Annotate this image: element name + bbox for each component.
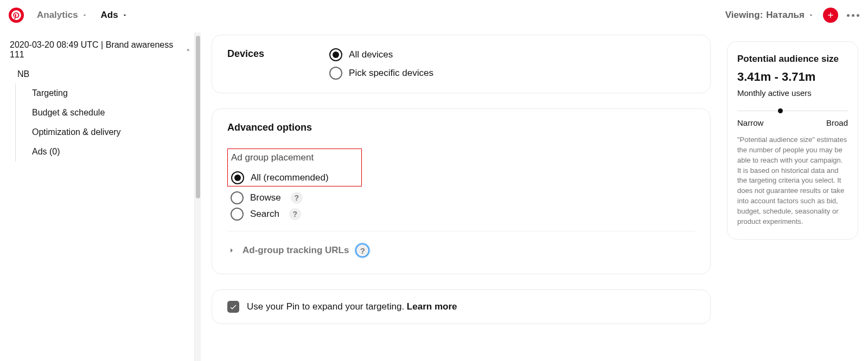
placement-option-label: Browse bbox=[250, 192, 281, 203]
help-icon[interactable]: ? bbox=[291, 192, 303, 204]
topbar: Analytics Ads Viewing: Наталья bbox=[0, 0, 868, 30]
plus-icon bbox=[826, 11, 835, 20]
radio-icon bbox=[231, 191, 244, 204]
radio-icon bbox=[231, 171, 244, 184]
sidebar-item-label: Budget & schedule bbox=[32, 108, 105, 117]
expand-targeting-row[interactable]: Use your Pin to expand your targeting. L… bbox=[227, 301, 695, 313]
devices-card: Devices All devices Pick specific device… bbox=[212, 35, 711, 93]
more-menu[interactable] bbox=[847, 14, 859, 17]
radio-icon bbox=[329, 67, 342, 80]
pinterest-logo[interactable] bbox=[9, 8, 24, 23]
audience-box: Potential audience size 3.41m - 3.71m Mo… bbox=[727, 41, 858, 240]
viewing-prefix: Viewing: bbox=[725, 10, 763, 21]
sidebar-scrollbar-thumb[interactable] bbox=[196, 36, 200, 198]
expand-targeting-text: Use your Pin to expand your targeting. L… bbox=[247, 301, 457, 312]
device-option-all[interactable]: All devices bbox=[329, 48, 433, 61]
nav-analytics-label: Analytics bbox=[37, 10, 78, 21]
advanced-options-card: Advanced options Ad group placement All … bbox=[212, 108, 711, 274]
audience-subtitle: Monthly active users bbox=[737, 88, 848, 98]
placement-highlight: Ad group placement All (recommended) bbox=[227, 149, 362, 186]
right-panel: Potential audience size 3.41m - 3.71m Mo… bbox=[722, 30, 868, 361]
audience-slider bbox=[737, 107, 848, 115]
sidebar-item-label: Optimization & delivery bbox=[32, 127, 121, 137]
nav-ads[interactable]: Ads bbox=[101, 10, 128, 21]
create-button[interactable] bbox=[823, 8, 838, 23]
slider-max-label: Broad bbox=[826, 118, 848, 127]
dot-icon bbox=[857, 14, 859, 17]
expand-targeting-label: Use your Pin to expand your targeting. bbox=[247, 301, 404, 312]
viewing-name: Наталья bbox=[766, 10, 805, 21]
placement-title: Ad group placement bbox=[228, 150, 329, 165]
sidebar-item-targeting[interactable]: Targeting bbox=[32, 83, 192, 103]
main-content: Devices All devices Pick specific device… bbox=[201, 30, 722, 361]
topbar-left: Analytics Ads bbox=[9, 8, 128, 23]
nav-analytics[interactable]: Analytics bbox=[37, 10, 88, 21]
tracking-urls-label: Ad-group tracking URLs bbox=[242, 245, 349, 256]
slider-labels: Narrow Broad bbox=[737, 118, 848, 127]
divider bbox=[227, 231, 695, 231]
placement-option-label: Search bbox=[250, 209, 279, 220]
placement-option-all[interactable]: All (recommended) bbox=[231, 170, 329, 186]
sidebar-campaign[interactable]: 2020-03-20 08:49 UTC | Brand awareness 1… bbox=[10, 40, 192, 60]
slider-min-label: Narrow bbox=[737, 118, 763, 127]
sidebar-campaign-title: 2020-03-20 08:49 UTC | Brand awareness 1… bbox=[10, 40, 184, 60]
sidebar-item-label: Ads (0) bbox=[32, 147, 60, 156]
topbar-right: Viewing: Наталья bbox=[725, 8, 859, 23]
sidebar-inner: 2020-03-20 08:49 UTC | Brand awareness 1… bbox=[0, 30, 201, 171]
sidebar-adgroup-label: NB bbox=[17, 69, 29, 79]
viewing-selector[interactable]: Viewing: Наталья bbox=[725, 10, 814, 21]
placement-options-rest: Browse ? Search ? bbox=[227, 190, 695, 222]
chevron-down-icon bbox=[808, 12, 814, 18]
device-option-label: All devices bbox=[349, 49, 393, 60]
placement-option-search[interactable]: Search ? bbox=[231, 206, 695, 222]
placement-options: All (recommended) bbox=[228, 170, 329, 186]
advanced-options-title: Advanced options bbox=[227, 122, 695, 133]
sidebar: 2020-03-20 08:49 UTC | Brand awareness 1… bbox=[0, 30, 201, 361]
dot-icon bbox=[852, 14, 854, 17]
checkbox-icon[interactable] bbox=[227, 301, 239, 313]
tracking-urls-row[interactable]: Ad-group tracking URLs ? bbox=[227, 240, 695, 261]
expand-targeting-card: Use your Pin to expand your targeting. L… bbox=[212, 289, 711, 324]
help-icon[interactable]: ? bbox=[289, 208, 301, 220]
radio-icon bbox=[231, 208, 244, 221]
chevron-up-icon bbox=[184, 46, 192, 54]
devices-radio-group: All devices Pick specific devices bbox=[329, 48, 433, 80]
dot-icon bbox=[847, 14, 850, 17]
sidebar-item-optimization[interactable]: Optimization & delivery bbox=[32, 123, 192, 142]
sidebar-list: Targeting Budget & schedule Optimization… bbox=[15, 83, 192, 162]
radio-icon bbox=[329, 48, 342, 61]
device-option-label: Pick specific devices bbox=[349, 68, 433, 79]
sidebar-item-ads[interactable]: Ads (0) bbox=[32, 142, 192, 162]
chevron-down-icon bbox=[122, 12, 128, 18]
audience-title: Potential audience size bbox=[737, 54, 848, 65]
learn-more-link[interactable]: Learn more bbox=[407, 301, 457, 312]
chevron-right-icon bbox=[227, 246, 236, 255]
audience-note: "Potential audience size" estimates the … bbox=[737, 135, 848, 227]
sidebar-scrollbar[interactable] bbox=[194, 33, 201, 361]
slider-line bbox=[737, 111, 848, 111]
chevron-down-icon bbox=[81, 12, 88, 18]
check-icon bbox=[229, 302, 238, 311]
slider-dot-icon bbox=[778, 108, 783, 113]
help-icon[interactable]: ? bbox=[355, 243, 369, 257]
sidebar-adgroup[interactable]: NB bbox=[10, 65, 192, 83]
sidebar-item-budget[interactable]: Budget & schedule bbox=[32, 103, 192, 123]
layout: 2020-03-20 08:49 UTC | Brand awareness 1… bbox=[0, 30, 868, 361]
pinterest-icon bbox=[11, 10, 21, 20]
placement-option-label: All (recommended) bbox=[251, 172, 329, 183]
devices-row: Devices All devices Pick specific device… bbox=[227, 48, 695, 80]
placement-option-browse[interactable]: Browse ? bbox=[231, 190, 695, 206]
devices-title: Devices bbox=[227, 48, 264, 80]
audience-range: 3.41m - 3.71m bbox=[737, 70, 848, 84]
device-option-pick[interactable]: Pick specific devices bbox=[329, 67, 433, 80]
nav-ads-label: Ads bbox=[101, 10, 118, 21]
sidebar-item-label: Targeting bbox=[32, 88, 68, 98]
